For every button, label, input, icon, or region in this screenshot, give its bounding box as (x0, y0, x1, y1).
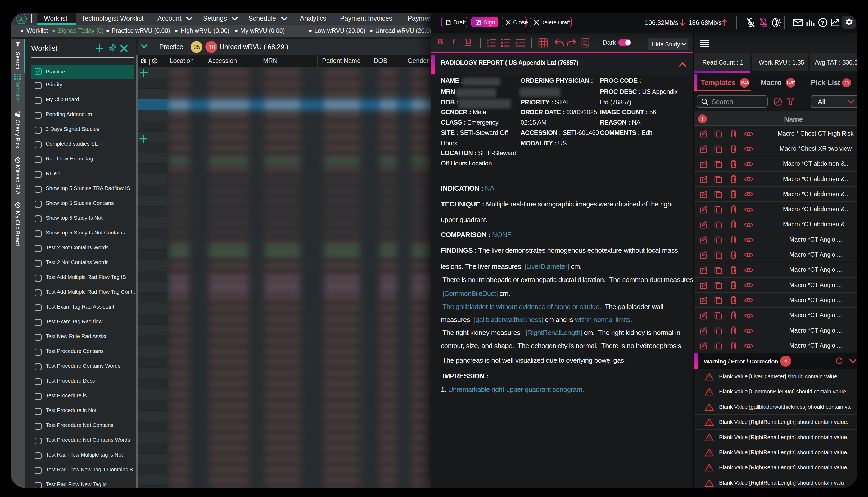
svg-text:2: 2 (487, 42, 488, 44)
svg-text:1: 1 (487, 39, 488, 41)
svg-text:f: f (23, 18, 24, 23)
svg-text:?: ? (821, 19, 824, 26)
svg-text:3: 3 (487, 45, 488, 47)
